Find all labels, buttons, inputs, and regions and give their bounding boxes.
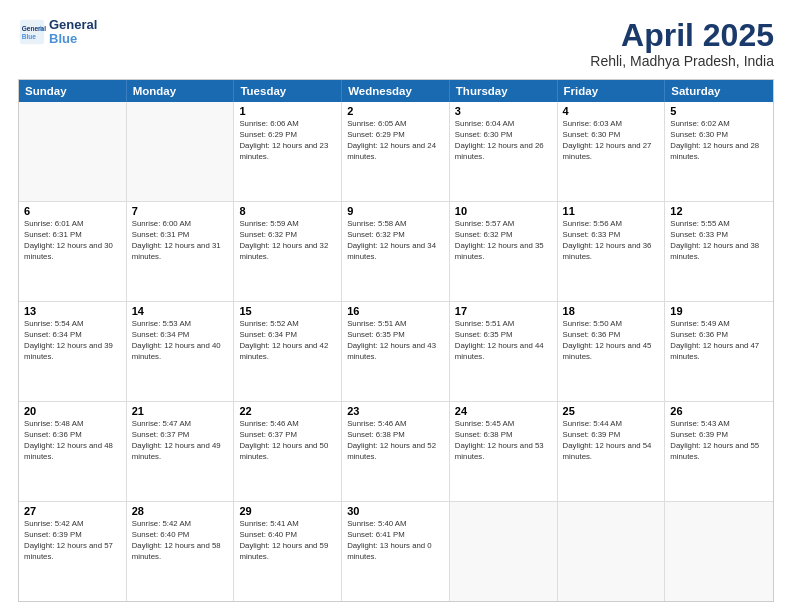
- header: General Blue General Blue April 2025 Reh…: [18, 18, 774, 69]
- day-number: 13: [24, 305, 121, 317]
- calendar-cell-empty: [127, 102, 235, 201]
- cell-info: Sunrise: 6:04 AMSunset: 6:30 PMDaylight:…: [455, 119, 552, 163]
- day-number: 30: [347, 505, 444, 517]
- day-number: 22: [239, 405, 336, 417]
- day-number: 9: [347, 205, 444, 217]
- day-number: 3: [455, 105, 552, 117]
- calendar-cell-30: 30Sunrise: 5:40 AMSunset: 6:41 PMDayligh…: [342, 502, 450, 601]
- day-number: 5: [670, 105, 768, 117]
- calendar-cell-4: 4Sunrise: 6:03 AMSunset: 6:30 PMDaylight…: [558, 102, 666, 201]
- header-day-thursday: Thursday: [450, 80, 558, 102]
- cell-info: Sunrise: 5:47 AMSunset: 6:37 PMDaylight:…: [132, 419, 229, 463]
- calendar-cell-28: 28Sunrise: 5:42 AMSunset: 6:40 PMDayligh…: [127, 502, 235, 601]
- calendar-cell-20: 20Sunrise: 5:48 AMSunset: 6:36 PMDayligh…: [19, 402, 127, 501]
- day-number: 16: [347, 305, 444, 317]
- cell-info: Sunrise: 5:56 AMSunset: 6:33 PMDaylight:…: [563, 219, 660, 263]
- svg-text:Blue: Blue: [22, 34, 36, 41]
- day-number: 26: [670, 405, 768, 417]
- calendar-body: 1Sunrise: 6:06 AMSunset: 6:29 PMDaylight…: [19, 102, 773, 601]
- calendar-cell-15: 15Sunrise: 5:52 AMSunset: 6:34 PMDayligh…: [234, 302, 342, 401]
- logo-icon: General Blue: [18, 18, 46, 46]
- calendar-header: SundayMondayTuesdayWednesdayThursdayFrid…: [19, 80, 773, 102]
- calendar-row-0: 1Sunrise: 6:06 AMSunset: 6:29 PMDaylight…: [19, 102, 773, 201]
- day-number: 2: [347, 105, 444, 117]
- calendar-cell-24: 24Sunrise: 5:45 AMSunset: 6:38 PMDayligh…: [450, 402, 558, 501]
- calendar-cell-22: 22Sunrise: 5:46 AMSunset: 6:37 PMDayligh…: [234, 402, 342, 501]
- location-title: Rehli, Madhya Pradesh, India: [590, 53, 774, 69]
- cell-info: Sunrise: 5:40 AMSunset: 6:41 PMDaylight:…: [347, 519, 444, 563]
- day-number: 25: [563, 405, 660, 417]
- calendar: SundayMondayTuesdayWednesdayThursdayFrid…: [18, 79, 774, 602]
- calendar-cell-26: 26Sunrise: 5:43 AMSunset: 6:39 PMDayligh…: [665, 402, 773, 501]
- cell-info: Sunrise: 5:46 AMSunset: 6:38 PMDaylight:…: [347, 419, 444, 463]
- calendar-cell-2: 2Sunrise: 6:05 AMSunset: 6:29 PMDaylight…: [342, 102, 450, 201]
- day-number: 4: [563, 105, 660, 117]
- cell-info: Sunrise: 5:49 AMSunset: 6:36 PMDaylight:…: [670, 319, 768, 363]
- calendar-cell-13: 13Sunrise: 5:54 AMSunset: 6:34 PMDayligh…: [19, 302, 127, 401]
- cell-info: Sunrise: 5:58 AMSunset: 6:32 PMDaylight:…: [347, 219, 444, 263]
- cell-info: Sunrise: 5:42 AMSunset: 6:39 PMDaylight:…: [24, 519, 121, 563]
- calendar-cell-empty: [558, 502, 666, 601]
- day-number: 6: [24, 205, 121, 217]
- cell-info: Sunrise: 5:51 AMSunset: 6:35 PMDaylight:…: [455, 319, 552, 363]
- cell-info: Sunrise: 5:44 AMSunset: 6:39 PMDaylight:…: [563, 419, 660, 463]
- cell-info: Sunrise: 6:00 AMSunset: 6:31 PMDaylight:…: [132, 219, 229, 263]
- day-number: 8: [239, 205, 336, 217]
- cell-info: Sunrise: 5:42 AMSunset: 6:40 PMDaylight:…: [132, 519, 229, 563]
- calendar-cell-14: 14Sunrise: 5:53 AMSunset: 6:34 PMDayligh…: [127, 302, 235, 401]
- day-number: 20: [24, 405, 121, 417]
- page: General Blue General Blue April 2025 Reh…: [0, 0, 792, 612]
- day-number: 21: [132, 405, 229, 417]
- day-number: 10: [455, 205, 552, 217]
- cell-info: Sunrise: 5:57 AMSunset: 6:32 PMDaylight:…: [455, 219, 552, 263]
- day-number: 27: [24, 505, 121, 517]
- month-title: April 2025: [590, 18, 774, 53]
- calendar-cell-11: 11Sunrise: 5:56 AMSunset: 6:33 PMDayligh…: [558, 202, 666, 301]
- day-number: 14: [132, 305, 229, 317]
- cell-info: Sunrise: 5:51 AMSunset: 6:35 PMDaylight:…: [347, 319, 444, 363]
- cell-info: Sunrise: 5:53 AMSunset: 6:34 PMDaylight:…: [132, 319, 229, 363]
- cell-info: Sunrise: 5:50 AMSunset: 6:36 PMDaylight:…: [563, 319, 660, 363]
- calendar-cell-29: 29Sunrise: 5:41 AMSunset: 6:40 PMDayligh…: [234, 502, 342, 601]
- day-number: 28: [132, 505, 229, 517]
- calendar-cell-12: 12Sunrise: 5:55 AMSunset: 6:33 PMDayligh…: [665, 202, 773, 301]
- day-number: 15: [239, 305, 336, 317]
- cell-info: Sunrise: 5:59 AMSunset: 6:32 PMDaylight:…: [239, 219, 336, 263]
- calendar-cell-1: 1Sunrise: 6:06 AMSunset: 6:29 PMDaylight…: [234, 102, 342, 201]
- day-number: 17: [455, 305, 552, 317]
- cell-info: Sunrise: 5:43 AMSunset: 6:39 PMDaylight:…: [670, 419, 768, 463]
- day-number: 24: [455, 405, 552, 417]
- cell-info: Sunrise: 5:41 AMSunset: 6:40 PMDaylight:…: [239, 519, 336, 563]
- calendar-cell-10: 10Sunrise: 5:57 AMSunset: 6:32 PMDayligh…: [450, 202, 558, 301]
- calendar-cell-18: 18Sunrise: 5:50 AMSunset: 6:36 PMDayligh…: [558, 302, 666, 401]
- calendar-cell-3: 3Sunrise: 6:04 AMSunset: 6:30 PMDaylight…: [450, 102, 558, 201]
- calendar-cell-9: 9Sunrise: 5:58 AMSunset: 6:32 PMDaylight…: [342, 202, 450, 301]
- header-day-monday: Monday: [127, 80, 235, 102]
- header-day-tuesday: Tuesday: [234, 80, 342, 102]
- logo-text-line1: General: [49, 18, 97, 32]
- day-number: 23: [347, 405, 444, 417]
- calendar-cell-16: 16Sunrise: 5:51 AMSunset: 6:35 PMDayligh…: [342, 302, 450, 401]
- calendar-cell-25: 25Sunrise: 5:44 AMSunset: 6:39 PMDayligh…: [558, 402, 666, 501]
- header-day-sunday: Sunday: [19, 80, 127, 102]
- cell-info: Sunrise: 5:52 AMSunset: 6:34 PMDaylight:…: [239, 319, 336, 363]
- day-number: 29: [239, 505, 336, 517]
- cell-info: Sunrise: 5:48 AMSunset: 6:36 PMDaylight:…: [24, 419, 121, 463]
- cell-info: Sunrise: 6:06 AMSunset: 6:29 PMDaylight:…: [239, 119, 336, 163]
- cell-info: Sunrise: 5:54 AMSunset: 6:34 PMDaylight:…: [24, 319, 121, 363]
- calendar-row-2: 13Sunrise: 5:54 AMSunset: 6:34 PMDayligh…: [19, 301, 773, 401]
- day-number: 11: [563, 205, 660, 217]
- header-day-wednesday: Wednesday: [342, 80, 450, 102]
- calendar-cell-6: 6Sunrise: 6:01 AMSunset: 6:31 PMDaylight…: [19, 202, 127, 301]
- calendar-cell-27: 27Sunrise: 5:42 AMSunset: 6:39 PMDayligh…: [19, 502, 127, 601]
- cell-info: Sunrise: 5:46 AMSunset: 6:37 PMDaylight:…: [239, 419, 336, 463]
- logo-text-line2: Blue: [49, 32, 97, 46]
- day-number: 12: [670, 205, 768, 217]
- calendar-cell-19: 19Sunrise: 5:49 AMSunset: 6:36 PMDayligh…: [665, 302, 773, 401]
- day-number: 1: [239, 105, 336, 117]
- calendar-row-3: 20Sunrise: 5:48 AMSunset: 6:36 PMDayligh…: [19, 401, 773, 501]
- cell-info: Sunrise: 5:55 AMSunset: 6:33 PMDaylight:…: [670, 219, 768, 263]
- calendar-cell-empty: [665, 502, 773, 601]
- calendar-cell-17: 17Sunrise: 5:51 AMSunset: 6:35 PMDayligh…: [450, 302, 558, 401]
- calendar-cell-23: 23Sunrise: 5:46 AMSunset: 6:38 PMDayligh…: [342, 402, 450, 501]
